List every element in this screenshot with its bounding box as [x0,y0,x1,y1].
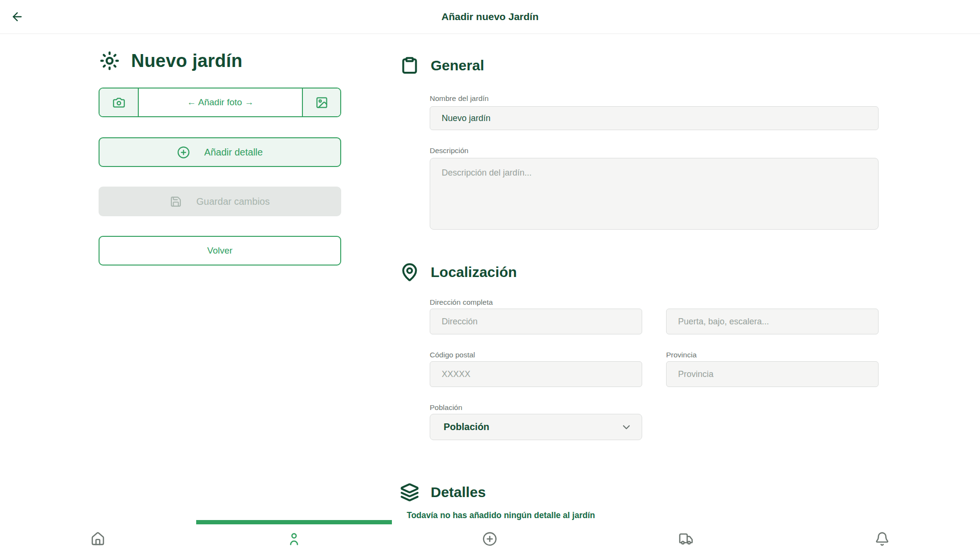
gallery-photo-button[interactable] [302,89,340,116]
details-empty-text: Todavía no has añadido ningún detalle al… [407,510,881,521]
province-input[interactable] [666,361,879,387]
nav-item-add[interactable] [392,520,588,554]
town-select[interactable]: Población [430,414,642,440]
save-icon [170,196,182,208]
truck-icon [679,532,693,546]
description-textarea[interactable] [430,158,879,230]
garden-summary-panel: Nuevo jardín ← Añadir foto → Añadir deta… [99,45,341,266]
bottom-nav [0,520,980,554]
photo-toolbar: ← Añadir foto → [99,88,341,117]
postal-code-input[interactable] [430,361,642,387]
page-title: Añadir nuevo Jardín [0,0,980,33]
arrow-left-icon [11,10,24,23]
postal-group: Código postal [430,351,642,387]
garden-title-row: Nuevo jardín [99,45,341,76]
take-photo-button[interactable] [100,89,139,116]
user-icon [287,532,301,546]
province-group: Provincia [666,351,879,387]
top-bar: Añadir nuevo Jardín [0,0,980,34]
clipboard-icon [400,56,419,75]
location-fields: Dirección completa Código postal Provinc… [430,298,879,440]
volver-label: Volver [207,245,233,256]
postal-label: Código postal [430,351,642,359]
section-details-title: Detalles [431,484,486,500]
plus-circle-icon [482,532,497,546]
add-photo-label: ← Añadir foto → [187,97,254,108]
town-select-value: Población [444,421,490,432]
section-details: Detalles [400,483,881,502]
back-button[interactable] [7,6,28,27]
nav-active-indicator [196,520,392,524]
volver-button[interactable]: Volver [99,236,341,266]
section-location: Localización [400,263,881,282]
section-general: General [400,56,881,75]
bell-icon [875,532,890,546]
nav-item-deliveries[interactable] [588,520,784,554]
save-changes-label: Guardar cambios [196,196,269,207]
general-fields: Nombre del jardín Descripción [430,94,879,232]
layers-icon [400,483,419,502]
sun-icon [99,50,121,72]
province-label: Provincia [666,351,879,359]
save-changes-button[interactable]: Guardar cambios [99,187,341,216]
add-photo-button[interactable]: ← Añadir foto → [139,89,302,116]
add-detail-label: Añadir detalle [204,147,263,158]
garden-form: General Nombre del jardín Descripción Lo… [400,56,881,521]
plus-circle-icon [177,146,190,159]
add-detail-button[interactable]: Añadir detalle [99,137,341,167]
home-icon [90,532,105,546]
chevron-down-icon [621,421,632,433]
image-icon [315,96,328,109]
address-extra-input[interactable] [666,309,879,334]
town-label: Población [430,403,879,412]
nav-item-notifications[interactable] [784,520,980,554]
garden-name-input[interactable] [430,106,879,130]
section-location-title: Localización [431,264,517,280]
address-label: Dirección completa [430,298,879,307]
nav-item-profile[interactable] [196,520,392,554]
section-general-title: General [431,57,484,74]
postal-province-row: Código postal Provincia [430,351,879,387]
address-input[interactable] [430,309,642,334]
description-label: Descripción [430,146,879,155]
map-pin-icon [400,263,419,282]
nav-item-home[interactable] [0,520,196,554]
camera-icon [112,96,125,109]
name-label: Nombre del jardín [430,94,879,103]
address-row [430,309,879,334]
garden-title: Nuevo jardín [131,51,243,71]
